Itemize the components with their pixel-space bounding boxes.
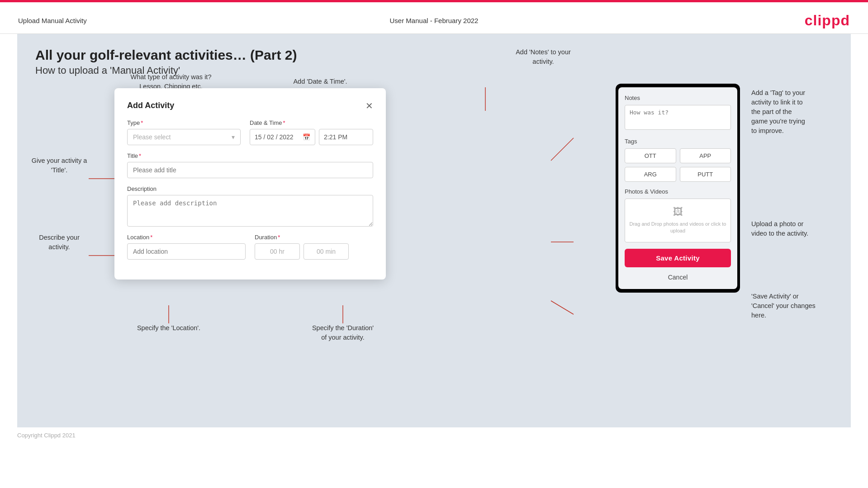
save-activity-button[interactable]: Save Activity (625, 249, 731, 267)
page-title: Upload Manual Activity (18, 17, 87, 24)
type-label: Type* (127, 119, 241, 126)
title-input[interactable] (127, 162, 373, 178)
notes-label: Notes (625, 95, 731, 101)
photos-text: Drag and Drop photos and videos or click… (629, 221, 727, 235)
annot-datetime: Add 'Date & Time'. (284, 77, 356, 86)
section-title: All your golf-relevant activities… (Part… (35, 47, 833, 63)
duration-min-input[interactable] (304, 243, 349, 260)
manual-title: User Manual - February 2022 (390, 17, 479, 24)
tag-app[interactable]: APP (680, 148, 731, 163)
type-placeholder: Please select (133, 133, 171, 141)
modal-close-button[interactable]: ✕ (365, 101, 373, 110)
datetime-group: Date & Time* 📅 (250, 119, 373, 145)
form-row-location-duration: Location* Duration* (127, 234, 373, 260)
annot-save-cancel: 'Save Activity' or'Cancel' your changesh… (751, 292, 837, 320)
duration-group: Duration* (255, 234, 373, 260)
tag-arg[interactable]: ARG (625, 167, 676, 182)
title-group: Title* (127, 152, 373, 178)
duration-hr-input[interactable] (255, 243, 300, 260)
photos-upload[interactable]: 🖼 Drag and Drop photos and videos or cli… (625, 199, 731, 242)
modal-header: Add Activity ✕ (127, 101, 373, 110)
chevron-down-icon: ▾ (232, 133, 235, 141)
annot-location: Specify the 'Location'. (130, 323, 207, 333)
datetime-inputs: 📅 (250, 129, 373, 145)
location-group: Location* (127, 234, 246, 260)
title-label: Title* (127, 152, 373, 159)
annot-photo: Upload a photo orvideo to the activity. (751, 219, 837, 238)
location-label: Location* (127, 234, 246, 241)
right-panel: Notes Tags OTT APP ARG PUTT Photos & Vid… (616, 84, 740, 293)
modal-title: Add Activity (127, 101, 174, 110)
location-input[interactable] (127, 243, 246, 260)
type-group: Type* Please select ▾ (127, 119, 241, 145)
annot-notes: Add 'Notes' to youractivity. (507, 47, 579, 66)
description-label: Description (127, 185, 373, 192)
photos-label: Photos & Videos (625, 188, 731, 195)
panel-inner: Notes Tags OTT APP ARG PUTT Photos & Vid… (618, 87, 737, 289)
notes-textarea[interactable] (625, 105, 731, 130)
date-input-wrapper[interactable]: 📅 (250, 129, 315, 145)
annot-duration: Specify the 'Duration'of your activity. (298, 323, 388, 342)
svg-line-9 (551, 301, 574, 314)
annot-title: Give your activity a'Title'. (30, 156, 89, 175)
modal-add-activity: Add Activity ✕ Type* Please select ▾ Dat… (114, 88, 386, 280)
main-content: All your golf-relevant activities… (Part… (17, 34, 851, 427)
copyright: Copyright Clippd 2021 (0, 427, 868, 443)
image-icon: 🖼 (673, 206, 683, 218)
datetime-label: Date & Time* (250, 119, 373, 126)
cancel-button[interactable]: Cancel (625, 272, 731, 283)
description-group: Description (127, 185, 373, 227)
top-bar: Upload Manual Activity User Manual - Feb… (0, 2, 868, 34)
calendar-icon: 📅 (303, 133, 310, 141)
tags-grid: OTT APP ARG PUTT (625, 148, 731, 182)
annot-describe: Describe youractivity. (30, 233, 89, 252)
annot-tag: Add a 'Tag' to youractivity to link it t… (751, 88, 837, 136)
svg-line-7 (551, 138, 574, 161)
duration-inputs (255, 243, 373, 260)
date-input[interactable] (255, 133, 300, 141)
tag-ott[interactable]: OTT (625, 148, 676, 163)
duration-label: Duration* (255, 234, 373, 241)
type-select[interactable]: Please select ▾ (127, 129, 241, 145)
description-textarea[interactable] (127, 195, 373, 227)
logo: clippd (805, 12, 850, 29)
time-input[interactable] (319, 129, 373, 145)
tag-putt[interactable]: PUTT (680, 167, 731, 182)
tags-label: Tags (625, 138, 731, 145)
form-row-type-datetime: Type* Please select ▾ Date & Time* 📅 (127, 119, 373, 145)
